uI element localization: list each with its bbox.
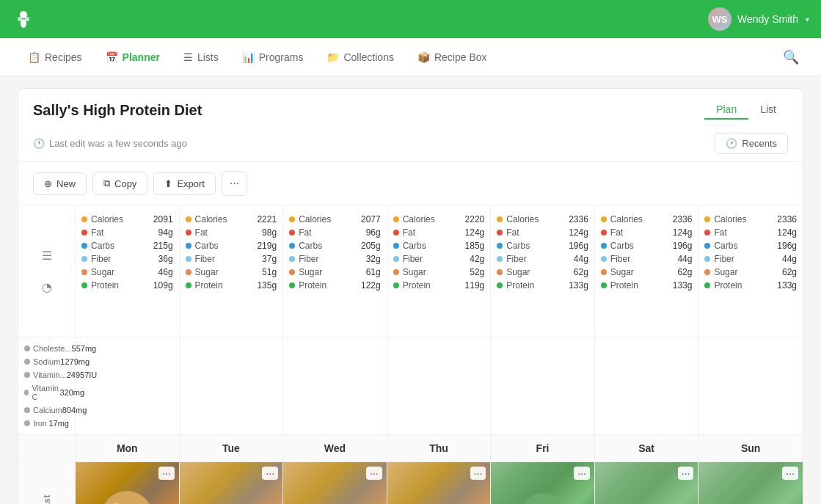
svg-point-4: [101, 491, 153, 505]
top-navigation: WS Wendy Smith ▾: [0, 0, 821, 38]
svg-point-3: [25, 17, 29, 21]
recipes-icon: 📋: [28, 51, 40, 63]
stats-icons-col: ☰ ◔: [18, 205, 76, 337]
planner-grid: ☰ ◔ Calories2091 Fat94g Carbs215g Fiber3…: [18, 205, 803, 504]
meal-breakfast-sun-more[interactable]: ···: [782, 467, 798, 480]
svg-point-10: [519, 493, 566, 505]
plus-icon: ⊕: [44, 178, 52, 189]
stat-iron: Iron 17mg: [24, 417, 69, 430]
nutrition-tue: Calories2221 Fat98g Carbs219g Fiber37g S…: [180, 205, 284, 337]
app-logo[interactable]: [12, 7, 35, 31]
placeholder-sat-r2: [595, 337, 699, 435]
placeholder-wed-r2: [283, 337, 387, 435]
stat-calcium: Calcium 804mg: [24, 403, 69, 417]
copy-icon: ⧉: [103, 178, 110, 189]
breakfast-label-col: Breakfast: [18, 462, 76, 504]
placeholder-fri-r2: [491, 337, 595, 435]
recents-button[interactable]: 🕐 Recents: [715, 133, 788, 154]
day-header-sat: Sat: [595, 435, 699, 462]
clock-icon: 🕐: [33, 138, 45, 149]
avatar: WS: [708, 7, 731, 31]
collections-icon: 📁: [326, 51, 339, 63]
placeholder-tue-r2: [180, 337, 284, 435]
day-header-thu: Thu: [387, 435, 492, 462]
meal-breakfast-fri-more[interactable]: ···: [574, 467, 590, 480]
main-content: Sally's High Protein Diet Plan List 🕐 La…: [0, 76, 821, 504]
nutrition-fri: Calories2336 Fat124g Carbs196g Fiber44g …: [491, 205, 595, 337]
meal-breakfast-sun[interactable]: Savoury Pesto Oatmeal Bowl ···: [698, 462, 803, 504]
svg-point-2: [18, 17, 22, 21]
user-name: Wendy Smith: [737, 13, 798, 25]
meal-breakfast-mon-more[interactable]: ···: [158, 467, 175, 480]
stat-sodium: Sodium 1279mg: [24, 355, 69, 368]
nav-collections[interactable]: 📁 Collections: [316, 47, 404, 67]
meal-breakfast-sat-more[interactable]: ···: [678, 467, 694, 480]
day-header-sun: Sun: [698, 435, 803, 462]
recipebox-icon: 📦: [417, 51, 430, 63]
day-header-mon: Mon: [76, 435, 180, 462]
view-list-button[interactable]: List: [748, 101, 788, 120]
more-options-button[interactable]: ···: [222, 171, 247, 196]
programs-icon: 📊: [242, 51, 255, 63]
nav-recipebox[interactable]: 📦 Recipe Box: [407, 47, 497, 67]
meal-breakfast-thu-more[interactable]: ···: [470, 467, 486, 480]
export-button[interactable]: ⬆ Export: [153, 172, 216, 195]
nutrition-thu: Calories2220 Fat124g Carbs185g Fiber42g …: [387, 205, 492, 337]
meal-breakfast-mon[interactable]: One Pan Bacon, Eggs & Brussels... ···: [76, 462, 180, 504]
stats-details: Choleste... 557mg Sodium 1279mg Vitamin.…: [18, 337, 76, 435]
lists-icon: ☰: [183, 51, 193, 63]
last-edit-status: 🕐 Last edit was a few seconds ago: [33, 138, 187, 149]
nutrition-sun: Calories2336 Fat124g Carbs196g Fiber44g …: [698, 205, 803, 337]
meal-breakfast-tue-more[interactable]: ···: [262, 467, 278, 480]
days-label-spacer: [18, 435, 76, 462]
nutrition-mon: Calories2091 Fat94g Carbs215g Fiber36g S…: [76, 205, 180, 337]
new-button[interactable]: ⊕ New: [33, 172, 87, 195]
chart-icon[interactable]: ◔: [36, 274, 58, 300]
placeholder-mon-r2: [76, 337, 180, 435]
stat-vitamin-a: Vitamin... 24957IU: [24, 368, 69, 381]
list-view-icon[interactable]: ☰: [36, 243, 58, 269]
stat-vitamin-c: Vitamin C 320mg: [24, 381, 69, 403]
planner-icon: 📅: [106, 51, 118, 63]
recents-icon: 🕐: [726, 138, 737, 149]
nutrition-wed: Calories2077 Fat96g Carbs205g Fiber32g S…: [283, 205, 387, 337]
view-toggle: Plan List: [704, 101, 788, 120]
nutrition-sat: Calories2336 Fat124g Carbs196g Fiber44g …: [595, 205, 699, 337]
placeholder-sun-r2: [698, 337, 803, 435]
meal-breakfast-sat[interactable]: Savoury Pesto Oatmeal Bowl ···: [595, 462, 699, 504]
nav-programs[interactable]: 📊 Programs: [232, 47, 314, 67]
meal-breakfast-wed-more[interactable]: ···: [366, 467, 382, 480]
stat-cholesterol: Choleste... 557mg: [24, 342, 69, 355]
day-header-fri: Fri: [491, 435, 595, 462]
toolbar: ⊕ New ⧉ Copy ⬆ Export ···: [18, 162, 803, 205]
chevron-down-icon: ▾: [806, 15, 809, 23]
plan-header: Sally's High Protein Diet Plan List 🕐 La…: [18, 89, 803, 162]
nav-lists[interactable]: ☰ Lists: [173, 47, 229, 67]
meal-breakfast-fri[interactable]: Savoury Pesto Oatmeal Bowl ···: [491, 462, 595, 504]
copy-button[interactable]: ⧉ Copy: [92, 172, 147, 195]
export-icon: ⬆: [164, 178, 172, 189]
day-header-wed: Wed: [283, 435, 387, 462]
user-menu[interactable]: WS Wendy Smith ▾: [708, 7, 809, 31]
placeholder-thu-r2: [387, 337, 492, 435]
breakfast-label: Breakfast: [42, 494, 52, 504]
secondary-navigation: 📋 Recipes 📅 Planner ☰ Lists 📊 Programs 📁…: [0, 38, 821, 76]
view-plan-button[interactable]: Plan: [704, 101, 748, 120]
day-header-tue: Tue: [180, 435, 284, 462]
meal-breakfast-thu[interactable]: One Pan Bacon, Eggs & Brussels... ···: [387, 462, 492, 504]
plan-title: Sally's High Protein Diet: [33, 102, 202, 119]
meal-breakfast-tue[interactable]: One Pan Bacon, Eggs & Brussels... ···: [180, 462, 284, 504]
search-button[interactable]: 🔍: [778, 45, 803, 70]
nav-recipes[interactable]: 📋 Recipes: [18, 47, 92, 67]
meal-breakfast-wed[interactable]: One Pan Bacon, Eggs & Brussels... ···: [283, 462, 387, 504]
plan-container: Sally's High Protein Diet Plan List 🕐 La…: [18, 88, 803, 504]
nav-planner[interactable]: 📅 Planner: [95, 47, 170, 67]
